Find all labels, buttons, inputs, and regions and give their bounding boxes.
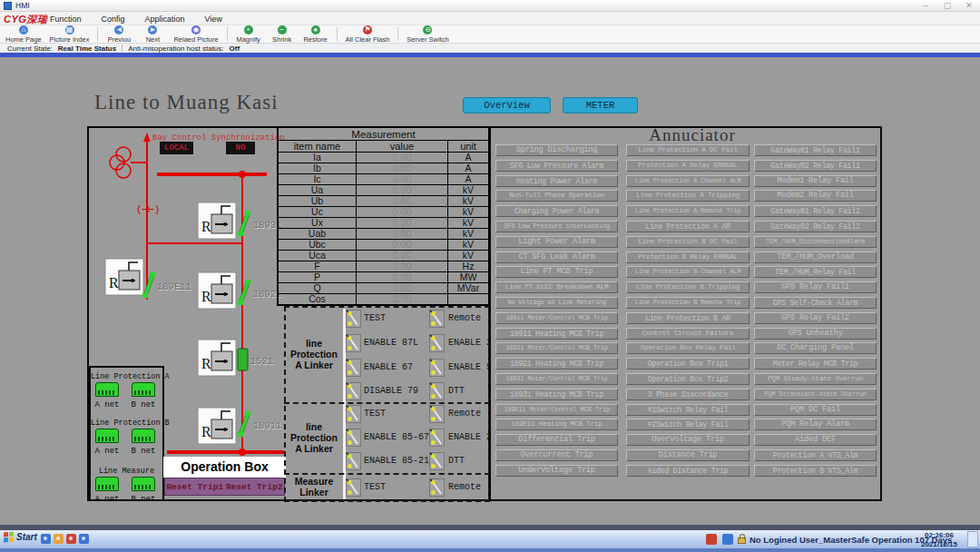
measurement-unit: kV bbox=[448, 218, 488, 228]
toolbar-item-server-switch[interactable]: ⊖Server Switch bbox=[407, 25, 448, 44]
toolbar-item-all-clear-flash[interactable]: ⚑All Clear Flash bbox=[346, 25, 390, 44]
measurement-item-name: Ua bbox=[279, 185, 357, 195]
menu-item-function[interactable]: Function bbox=[50, 15, 82, 24]
measurement-item-name: P bbox=[279, 272, 357, 282]
network-tray-icon[interactable] bbox=[722, 534, 733, 545]
shield-icon[interactable] bbox=[66, 534, 76, 544]
measurement-row: F0.00Hz bbox=[279, 261, 488, 272]
linker-switch-label: Remote bbox=[448, 481, 490, 494]
menu-item-view[interactable]: View bbox=[205, 15, 222, 24]
toolbar-item-label: Server Switch bbox=[407, 35, 448, 44]
taskbar-clock[interactable]: 02:26:06 2021/12/15 bbox=[913, 531, 965, 548]
menu-item-application[interactable]: Application bbox=[145, 15, 185, 24]
linker-switch-label: TEST bbox=[364, 408, 435, 420]
toolbar-item-picture-index[interactable]: ▦Picture Index bbox=[50, 25, 90, 44]
linker-switch-icon[interactable] bbox=[429, 334, 445, 352]
toolbar-item-label: Home Page bbox=[5, 35, 42, 44]
annunciator-tile: GateWay02 Relay Fail2 bbox=[754, 221, 877, 232]
annunciator-tile: Operation Box Trip1 bbox=[626, 358, 750, 370]
folder-icon[interactable] bbox=[54, 534, 64, 544]
linker-switch-icon[interactable] bbox=[429, 478, 445, 497]
linker-section-label: Measure Linker bbox=[286, 475, 342, 498]
net-port-label: B net bbox=[130, 400, 157, 409]
annunciator-tile: GateWay01 Relay Fail1 bbox=[754, 144, 877, 156]
menu-item-config[interactable]: Config bbox=[102, 15, 125, 24]
measurement-row: Ua0.00kV bbox=[279, 185, 488, 196]
measurement-item-name: Ubc bbox=[279, 240, 357, 250]
annunciator-tile: #2Switch Relay Fail bbox=[626, 419, 750, 430]
measurement-value: 0.00 bbox=[357, 229, 448, 239]
reset-button-reset-trip1[interactable]: Reset Trip1 bbox=[166, 482, 223, 492]
annunciator-tile: Spring Discharging bbox=[495, 144, 618, 156]
linker-switch-icon[interactable] bbox=[346, 452, 361, 470]
measurement-header-unit: unit bbox=[448, 141, 488, 152]
linker-switch-icon[interactable] bbox=[346, 429, 361, 447]
annunciator-tile: Non-full Phase Operation bbox=[495, 190, 618, 202]
magnify-icon: + bbox=[244, 25, 253, 34]
media-icon[interactable] bbox=[79, 534, 89, 544]
toolbar-item-label: Next bbox=[146, 35, 160, 44]
current-state-value: Real Time Status bbox=[58, 44, 116, 53]
linker-switch-label: Remote bbox=[448, 312, 490, 325]
measurement-unit: kV bbox=[448, 185, 488, 195]
annunciator-tile: Line Protection B DC Fail bbox=[626, 236, 750, 248]
linker-switch-icon[interactable] bbox=[429, 405, 445, 423]
meter-button[interactable]: METER bbox=[563, 97, 638, 113]
maximize-button[interactable]: ▢ bbox=[940, 1, 955, 11]
toolbar-item-home-page[interactable]: ⌂Home Page bbox=[5, 25, 42, 44]
toolbar-item-restore[interactable]: ●Restore bbox=[303, 25, 328, 44]
overview-button[interactable]: OverView bbox=[463, 97, 551, 113]
ie-icon[interactable] bbox=[41, 534, 51, 544]
linker-switch-label: ENABLE 21 bbox=[448, 431, 490, 444]
linker-switch-icon[interactable] bbox=[429, 382, 445, 400]
measurement-unit: kV bbox=[448, 240, 488, 250]
measurement-unit bbox=[448, 294, 488, 305]
annunciator-tile: PQM Relay Alarm bbox=[754, 419, 877, 430]
measurement-unit: MVar bbox=[448, 283, 488, 293]
annunciator-tile: #1Switch Relay Fail bbox=[626, 404, 750, 416]
toolbar-item-magnify[interactable]: +Magnify bbox=[236, 25, 261, 44]
annunciator-tile: GateWay01 Relay Fail2 bbox=[754, 205, 877, 217]
measurement-item-name: Ib bbox=[279, 163, 357, 173]
window-title: HMI bbox=[15, 1, 30, 10]
linker-switch-icon[interactable] bbox=[429, 452, 445, 470]
linker-switch-icon[interactable] bbox=[429, 359, 445, 377]
measurement-unit: MW bbox=[448, 272, 488, 282]
start-button[interactable]: Start bbox=[4, 532, 37, 542]
measurement-unit: Hz bbox=[448, 261, 488, 271]
close-button[interactable]: ✕ bbox=[962, 1, 976, 11]
annunciator-tile: 18931 Moter/Control MCB Trip bbox=[495, 373, 618, 385]
toolbar-item-shrink[interactable]: −Shrink bbox=[270, 25, 295, 44]
show-desktop-button[interactable] bbox=[967, 531, 978, 547]
annunciator-title: Annuciator bbox=[624, 125, 760, 145]
linker-switch-label: ENABLE 59 bbox=[448, 361, 490, 374]
minimize-button[interactable]: – bbox=[918, 1, 933, 11]
toolbar-item-label: Picture Index bbox=[50, 35, 90, 44]
linker-switch-icon[interactable] bbox=[346, 478, 361, 497]
hmi-tray-icon[interactable] bbox=[706, 534, 717, 545]
linker-switch-icon[interactable] bbox=[346, 359, 361, 377]
net-port-label: A net bbox=[93, 495, 121, 504]
measurement-value: 0.00 bbox=[357, 185, 448, 195]
grid-icon: ▦ bbox=[65, 25, 74, 34]
measurement-unit: A bbox=[448, 153, 488, 163]
rj45-port-icon bbox=[95, 429, 119, 443]
toolbar-item-next[interactable]: ►Next bbox=[140, 25, 165, 44]
measurement-item-name: Uab bbox=[279, 229, 357, 239]
linker-switch-icon[interactable] bbox=[346, 382, 361, 400]
linker-switch-icon[interactable] bbox=[346, 310, 361, 328]
toolbar-item-label: All Clear Flash bbox=[346, 35, 390, 44]
linker-switch-icon[interactable] bbox=[346, 405, 361, 423]
linker-switch-icon[interactable] bbox=[429, 310, 445, 328]
toolbar-item-previou[interactable]: ◄Previou bbox=[106, 25, 132, 44]
measurement-value: 0.00 bbox=[357, 261, 448, 271]
toolbar-item-relaed-picture[interactable]: ◉Relaed Picture bbox=[173, 25, 218, 44]
linker-switch-icon[interactable] bbox=[429, 429, 445, 447]
annunciator-tile: No Voltage at Line Metering bbox=[495, 297, 618, 309]
toolbar-item-label: Shrink bbox=[272, 35, 291, 44]
reset-button-reset-trip2[interactable]: Reset Trip2 bbox=[226, 482, 283, 492]
linker-switch-icon[interactable] bbox=[346, 334, 361, 352]
rj45-port-icon bbox=[132, 429, 155, 443]
app-icon bbox=[4, 2, 12, 10]
clock-time: 02:26:06 bbox=[913, 531, 965, 540]
